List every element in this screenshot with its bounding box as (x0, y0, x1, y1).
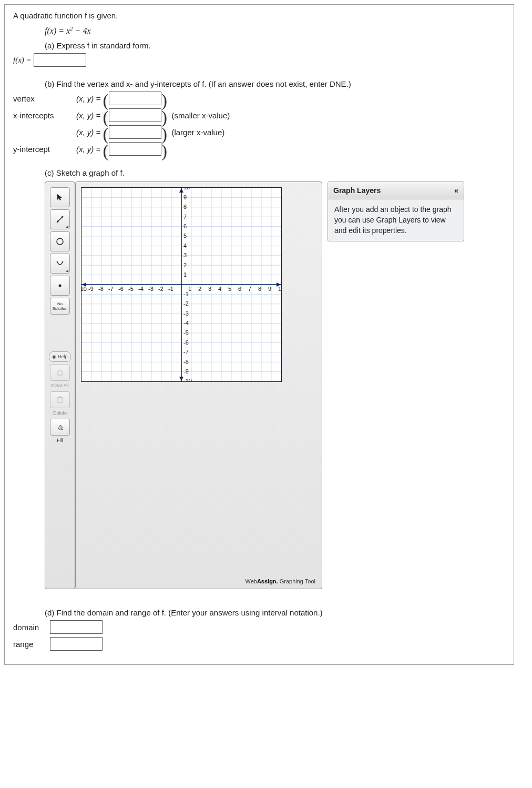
delete-button[interactable] (50, 391, 70, 408)
xint-larger-input[interactable] (109, 125, 161, 139)
xy-label: (x, y) = (76, 145, 100, 154)
no-solution-button[interactable]: No Solution (50, 298, 70, 315)
xy-label: (x, y) = (76, 111, 100, 120)
point-tool[interactable] (50, 276, 70, 296)
trash-icon (57, 396, 63, 403)
graph-toolbar: No Solution ◉ Help Clear All Delete Fill (45, 181, 75, 589)
svg-rect-5 (58, 371, 62, 375)
fill-button[interactable] (50, 419, 70, 436)
circle-icon (55, 237, 65, 246)
xint-smaller-input[interactable] (109, 108, 161, 122)
point-icon (57, 283, 63, 288)
range-label: range (13, 640, 50, 649)
xy-label: (x, y) = (76, 128, 100, 137)
line-icon (56, 215, 64, 224)
fx-equals: f(x) = (13, 56, 32, 65)
plot-panel: -10-9-8-7-6-5-4-3-2-112345678910-10-9-8-… (75, 181, 322, 589)
clear-label: Clear All (47, 383, 73, 388)
part-b-prompt: (b) Find the vertex and x- and y-interce… (45, 79, 505, 88)
layers-body: After you add an object to the graph you… (328, 199, 464, 241)
intro-text: A quadratic function f is given. (13, 11, 505, 20)
parabola-icon (55, 259, 65, 268)
pointer-icon (56, 194, 64, 201)
svg-point-4 (59, 285, 62, 287)
larger-note: (larger x-value) (171, 128, 224, 137)
range-input[interactable] (50, 637, 103, 651)
vertex-label: vertex (13, 94, 76, 103)
line-tool[interactable] (50, 209, 70, 229)
clear-all-button[interactable] (50, 364, 70, 381)
clear-icon (57, 369, 63, 376)
part-a-prompt: (a) Express f in standard form. (45, 41, 505, 50)
svg-marker-57 (179, 377, 183, 381)
plot-canvas[interactable]: -10-9-8-7-6-5-4-3-2-112345678910-10-9-8-… (81, 187, 282, 382)
svg-point-9 (62, 429, 63, 430)
parabola-tool[interactable] (50, 254, 70, 274)
collapse-icon[interactable]: « (454, 186, 458, 195)
part-d-prompt: (d) Find the domain and range of f. (Ent… (45, 608, 505, 617)
svg-marker-56 (179, 188, 183, 193)
function-def: f(x) = x2 − 4x (45, 26, 91, 35)
domain-input[interactable] (50, 620, 103, 634)
brand-footer: WebAssign. Graphing Tool (245, 578, 315, 584)
xint-label: x-intercepts (13, 111, 76, 120)
vertex-input[interactable] (109, 92, 161, 105)
svg-rect-6 (58, 398, 62, 402)
help-button[interactable]: ◉ Help (49, 351, 71, 362)
pointer-tool[interactable] (50, 187, 70, 207)
yint-input[interactable] (109, 142, 161, 156)
part-c-prompt: (c) Sketch a graph of f. (45, 168, 505, 177)
delete-label: Delete (47, 410, 73, 416)
layers-header[interactable]: Graph Layers « (328, 181, 464, 199)
yint-label: y-intercept (13, 145, 76, 154)
circle-tool[interactable] (50, 231, 70, 251)
fill-icon (56, 423, 64, 431)
fill-label: Fill (47, 438, 73, 443)
smaller-note: (smaller x-value) (171, 111, 230, 120)
xy-label: (x, y) = (76, 94, 100, 103)
part-a-input[interactable] (34, 53, 86, 67)
svg-point-3 (57, 238, 63, 245)
domain-label: domain (13, 623, 50, 632)
